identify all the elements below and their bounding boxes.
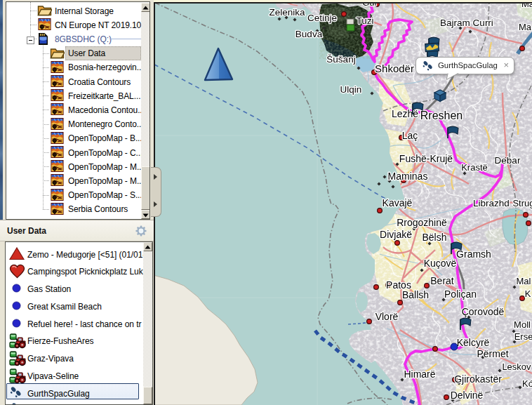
- map-label: Fushë-Krujë: [399, 153, 453, 164]
- basecamp-window: Internal Storage CN Europe NT 2019.10 8G…: [0, 0, 532, 405]
- collapse-arrow-icon: [154, 201, 157, 207]
- tree-connector: [43, 81, 49, 82]
- list-item-label: Great Ksamil Beach: [27, 302, 102, 312]
- drive-connection-line: [109, 39, 144, 39]
- map-label: Gur: [362, 4, 378, 8]
- tree-item-label: Macedonia Contou...: [68, 105, 145, 115]
- city-dot: [526, 221, 531, 226]
- map-label: Delvinë: [451, 390, 484, 401]
- city-dot: [520, 46, 525, 51]
- gear-icon[interactable]: [135, 225, 147, 239]
- tree-scroll-down-button[interactable]: [141, 210, 150, 219]
- city-dot: [367, 319, 372, 324]
- geocache-marker[interactable]: [425, 43, 439, 51]
- blue-dot-marker[interactable]: [451, 343, 458, 350]
- map-label: Moll: [514, 319, 531, 330]
- list-item-label: GurthSpacGulag: [27, 389, 90, 399]
- tree-expander-minus[interactable]: [27, 36, 34, 44]
- folder-icon: [50, 47, 65, 62]
- map-tile-icon: [50, 160, 65, 175]
- tree-item[interactable]: Internal Storage: [6, 4, 149, 18]
- city-dot: [398, 300, 403, 305]
- tree-item[interactable]: Bosnia-herzegovin...: [6, 60, 149, 74]
- tree-item[interactable]: Macedonia Contou...: [6, 102, 149, 117]
- footprints-icon: [9, 402, 25, 405]
- tree-scroll-up-button[interactable]: [141, 3, 150, 12]
- list-item-label: Campingspot Picknickplatz Luki: [27, 267, 145, 277]
- map-label: Ulqin: [340, 84, 362, 95]
- list-item[interactable]: Zemo - Medugorje [<51] (01/01-: [6, 246, 152, 264]
- tree-connector: [43, 166, 49, 167]
- map-label: K: [525, 288, 531, 299]
- tree-connector: [43, 138, 49, 139]
- list-item-label: Vipava-Seline: [27, 371, 79, 381]
- arrow-up-icon: [142, 5, 149, 11]
- tree-item-label: OpenTopoMap - B...: [68, 133, 142, 143]
- map-label: Strug: [512, 198, 532, 208]
- list-item[interactable]: Refuel here! - last chance on tr: [6, 316, 152, 333]
- tree-connector: [43, 95, 49, 96]
- map-tile-icon: [50, 75, 65, 90]
- user-data-title: User Data: [7, 226, 46, 236]
- arrow-up-icon: [145, 244, 151, 251]
- tree-item[interactable]: Montenegro Conto...: [6, 117, 149, 131]
- map-label: Divjakë: [380, 229, 412, 240]
- start-flag-marker[interactable]: [347, 19, 354, 31]
- list-scrollbar-thumb[interactable]: [143, 387, 152, 404]
- list-scroll-up-button[interactable]: [143, 242, 152, 251]
- city-dot: [524, 213, 528, 218]
- map-label: Berat: [430, 275, 454, 286]
- tree-item[interactable]: OpenTopoMap - S...: [6, 188, 149, 202]
- city-dot: [444, 395, 449, 400]
- map-label: Poliçan: [444, 288, 477, 300]
- tree-item[interactable]: OpenTopoMap - M...: [6, 159, 149, 173]
- map-tile-icon: [50, 132, 65, 147]
- map-label: Mal: [517, 276, 531, 286]
- tree-item-label: OpenTopoMap - M...: [68, 162, 144, 172]
- tree-item[interactable]: OpenTopoMap - B...: [6, 131, 149, 145]
- list-item[interactable]: GurthSpacGulag: [6, 385, 152, 403]
- list-item[interactable]: Graz-Vipava: [6, 350, 152, 368]
- tree-item-label: 8GBSDHC (Q:): [55, 34, 112, 44]
- footprints-icon: [422, 60, 433, 74]
- map-tile-icon: [50, 203, 65, 218]
- tree-item[interactable]: OpenTopoMap - C...: [6, 145, 149, 159]
- list-item[interactable]: [6, 402, 152, 405]
- tree-connector: [43, 152, 49, 153]
- tree-item[interactable]: Serbia Contours: [6, 202, 149, 216]
- city-dot: [520, 296, 525, 301]
- tree-item[interactable]: OpenTopoMap - M...: [6, 173, 149, 187]
- city-dot: [425, 284, 430, 288]
- tree-connector: [43, 109, 49, 110]
- city-dot: [395, 241, 400, 246]
- list-item[interactable]: Campingspot Picknickplatz Luki: [6, 263, 152, 281]
- tree-item-label: Serbia Contours: [68, 204, 128, 214]
- map-label: Šušanj: [326, 54, 355, 65]
- cube-marker[interactable]: [434, 90, 446, 102]
- tree-item-label: Croatia Contours: [68, 77, 131, 87]
- tree-item[interactable]: Freizeitkarte_BAL...: [6, 88, 149, 102]
- map-label: Tuzi: [356, 15, 373, 26]
- tree-scrollbar-thumb[interactable]: [141, 166, 150, 210]
- tree-item[interactable]: User Data: [6, 46, 149, 60]
- list-scrollbar-track[interactable]: [143, 242, 152, 404]
- map-label: Lezhë: [392, 108, 418, 119]
- tree-item-label: Montenegro Conto...: [68, 119, 144, 129]
- list-item[interactable]: Gas Station: [6, 281, 152, 298]
- tree-connector: [30, 11, 36, 11]
- map-tile-icon: [50, 189, 65, 204]
- waypoint-tooltip[interactable]: GurthSpacGulag ×: [415, 57, 514, 74]
- tree-connector: [43, 209, 49, 210]
- map-tile-icon: [50, 103, 65, 118]
- tree-connector: [43, 67, 49, 68]
- tooltip-label: GurthSpacGulag: [438, 61, 498, 69]
- map-label: Gramsh: [456, 248, 491, 260]
- sidebar-collapse-tab[interactable]: [151, 167, 161, 217]
- list-item[interactable]: Fierze-FusheAres: [6, 333, 152, 350]
- tree-item[interactable]: Croatia Contours: [6, 74, 149, 88]
- map-tile-icon: [50, 174, 65, 189]
- tooltip-close-icon[interactable]: ×: [503, 60, 509, 71]
- city-dot: [374, 285, 379, 290]
- tree-item[interactable]: CN Europe NT 2019.10: [6, 18, 149, 32]
- list-item[interactable]: Great Ksamil Beach: [6, 298, 152, 316]
